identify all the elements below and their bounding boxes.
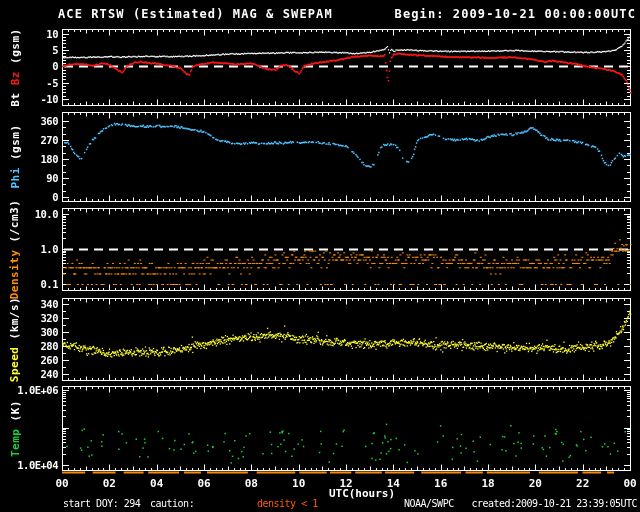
y-tick-label: 360 — [6, 115, 58, 127]
caution-label: caution: — [150, 498, 194, 509]
y-tick-label: 320 — [6, 312, 58, 324]
caution-value: density < 1 — [257, 498, 318, 509]
plot-canvas — [0, 0, 640, 512]
y-tick-label: -10 — [6, 93, 58, 105]
ace-rtsw-plot: ACE RTSW (Estimated) MAG & SWEPAM Begin:… — [0, 0, 640, 512]
x-tick-label: 20 — [529, 477, 542, 490]
y-tick-label: 1.0 — [6, 243, 58, 255]
x-tick-label: 02 — [103, 477, 116, 490]
density-label: Density — [9, 249, 22, 299]
y-tick-label: 300 — [6, 326, 58, 338]
agency-text: NOAA/SWPC — [404, 498, 454, 509]
x-axis-label: UTC(hours) — [329, 487, 395, 500]
y-tick-label: 10.0 — [6, 208, 58, 220]
y-tick-label: 280 — [6, 340, 58, 352]
page-title: ACE RTSW (Estimated) MAG & SWEPAM — [58, 7, 333, 21]
y-tick-label: 180 — [6, 153, 58, 165]
y-tick-label: 260 — [6, 354, 58, 366]
x-tick-label: 00 — [623, 477, 636, 490]
x-tick-label: 18 — [481, 477, 494, 490]
y-tick-label: 0 — [6, 191, 58, 203]
x-tick-label: 16 — [434, 477, 447, 490]
x-tick-label: 08 — [245, 477, 258, 490]
y-tick-label: 1.0E+06 — [6, 384, 58, 396]
y-axis-label-temp: Temp (K) — [0, 386, 30, 470]
y-tick-label: 0.1 — [6, 278, 58, 290]
x-tick-label: 00 — [55, 477, 68, 490]
x-tick-label: 22 — [576, 477, 589, 490]
temp-units-label: (K) — [9, 400, 22, 429]
temp-label: Temp — [9, 428, 22, 457]
start-doy-text: start DOY: 294 — [63, 498, 140, 509]
y-tick-label: 5 — [6, 44, 58, 56]
y-tick-label: 1.0E+04 — [6, 459, 58, 471]
x-tick-label: 10 — [292, 477, 305, 490]
begin-timestamp: Begin: 2009-10-21 00:00:00UTC — [395, 7, 636, 21]
y-tick-label: 90 — [6, 172, 58, 184]
y-tick-label: -5 — [6, 77, 58, 89]
y-tick-label: 270 — [6, 134, 58, 146]
y-tick-label: 340 — [6, 298, 58, 310]
created-timestamp: created:2009-10-21 23:39:05UTC — [471, 498, 637, 509]
x-tick-label: 06 — [197, 477, 210, 490]
y-tick-label: 240 — [6, 368, 58, 380]
x-tick-label: 04 — [150, 477, 163, 490]
density-units-label: (/cm3) — [9, 199, 22, 249]
y-tick-label: 0 — [6, 60, 58, 72]
y-tick-label: 10 — [6, 28, 58, 40]
